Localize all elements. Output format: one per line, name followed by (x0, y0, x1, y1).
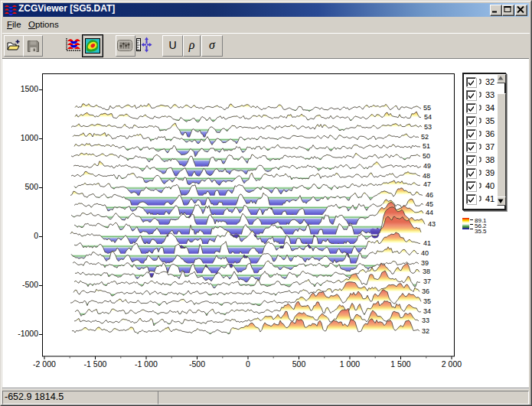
svg-text:54: 54 (424, 113, 432, 121)
svg-text:1000: 1000 (21, 133, 39, 142)
svg-text:41: 41 (423, 239, 431, 247)
svg-text:52: 52 (421, 133, 429, 141)
svg-text:-2 000: -2 000 (33, 359, 56, 369)
svg-text:48: 48 (423, 172, 430, 180)
svg-text:1500: 1500 (21, 84, 39, 93)
svg-text:1 000: 1 000 (340, 359, 360, 369)
svg-text:-1000: -1000 (18, 329, 38, 338)
svg-text:0: 0 (34, 231, 38, 240)
svg-text:44: 44 (426, 209, 433, 216)
svg-text:0: 0 (246, 359, 250, 369)
svg-text:55: 55 (423, 104, 431, 112)
svg-text:43: 43 (428, 220, 436, 228)
svg-text:34: 34 (423, 307, 431, 315)
svg-text:38: 38 (423, 268, 430, 275)
svg-text:2 000: 2 000 (442, 359, 462, 369)
svg-text:32: 32 (422, 327, 429, 335)
svg-text:40: 40 (421, 249, 429, 257)
svg-text:53: 53 (424, 123, 432, 131)
svg-text:500: 500 (292, 359, 306, 369)
svg-text:51: 51 (423, 142, 430, 150)
svg-text:39: 39 (421, 259, 429, 267)
svg-text:-500: -500 (22, 280, 38, 289)
svg-text:37: 37 (423, 278, 431, 285)
svg-text:-1 500: -1 500 (84, 359, 107, 369)
svg-text:35: 35 (423, 297, 431, 305)
svg-text:49: 49 (423, 162, 431, 170)
svg-text:36: 36 (422, 287, 429, 295)
svg-text:33: 33 (422, 317, 429, 324)
svg-text:-1 000: -1 000 (135, 359, 158, 369)
svg-text:47: 47 (423, 180, 431, 188)
svg-text:500: 500 (24, 182, 38, 191)
svg-text:46: 46 (426, 191, 433, 199)
svg-text:-500: -500 (189, 359, 205, 369)
svg-text:50: 50 (423, 152, 430, 160)
svg-text:1 500: 1 500 (390, 359, 410, 369)
svg-text:45: 45 (426, 200, 433, 208)
